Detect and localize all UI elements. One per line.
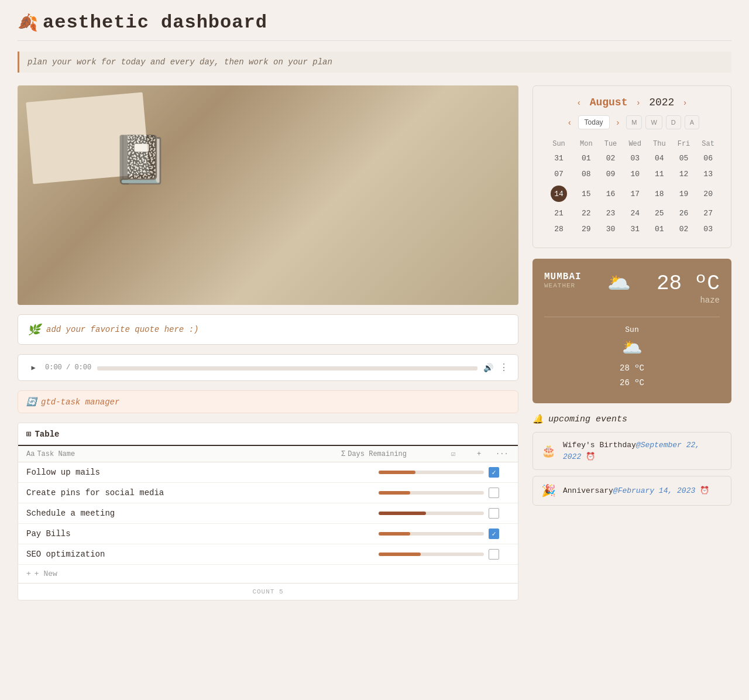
- today-button[interactable]: Today: [578, 115, 610, 129]
- weather-cloud-icon: 🌥️: [607, 272, 631, 295]
- weather-temperature: 28 ºC: [657, 272, 720, 296]
- month-next-button[interactable]: ›: [633, 97, 643, 108]
- calendar-day[interactable]: 18: [647, 182, 672, 205]
- calendar-day[interactable]: 09: [599, 166, 623, 182]
- calendar-weekday: Sun: [544, 138, 574, 150]
- calendar-day[interactable]: 10: [623, 166, 647, 182]
- calendar-day[interactable]: 14: [544, 182, 574, 205]
- view-month-button[interactable]: M: [626, 115, 642, 129]
- calendar-day[interactable]: 02: [672, 221, 696, 237]
- calendar-day[interactable]: 08: [574, 166, 599, 182]
- calendar-day[interactable]: 03: [696, 221, 720, 237]
- calendar-day[interactable]: 27: [696, 205, 720, 221]
- audio-progress-bar[interactable]: [97, 366, 477, 369]
- task-row: Schedule a meeting: [18, 503, 518, 524]
- audio-time: 0:00 / 0:00: [45, 363, 91, 372]
- calendar-day[interactable]: 20: [696, 182, 720, 205]
- task-checkbox[interactable]: ✓: [489, 529, 499, 539]
- calendar-day[interactable]: 05: [672, 150, 696, 166]
- calendar-day[interactable]: 23: [599, 205, 623, 221]
- view-agenda-button[interactable]: A: [685, 115, 699, 129]
- forecast-temps: 28 ºC 26 ºC: [544, 361, 720, 390]
- page-header: 🍂 aesthetic dashboard: [18, 12, 731, 41]
- view-day-button[interactable]: D: [666, 115, 681, 129]
- days-bar-fill: [379, 471, 415, 474]
- year-next-button[interactable]: ›: [680, 97, 690, 108]
- task-checkbox[interactable]: ✓: [489, 467, 499, 478]
- weather-location-block: MUMBAI WEATHER: [544, 272, 582, 289]
- days-bar-fill: [379, 491, 410, 495]
- calendar-day[interactable]: 31: [623, 221, 647, 237]
- calendar-day[interactable]: 11: [647, 166, 672, 182]
- quote-box[interactable]: 🌿 add your favorite quote here :): [18, 314, 518, 345]
- table-grid-icon: ⊞: [26, 429, 31, 439]
- event-icon: 🎉: [541, 483, 556, 498]
- page-title: aesthetic dashboard: [43, 12, 267, 33]
- cal-next-button[interactable]: ›: [613, 115, 623, 129]
- event-alarm-icon: ⏰: [700, 486, 709, 495]
- days-bar: [379, 531, 484, 536]
- weather-label: WEATHER: [544, 282, 582, 289]
- calendar-day[interactable]: 17: [623, 182, 647, 205]
- right-column: ‹ August › 2022 › ‹ Today › M W D A SunM…: [532, 85, 731, 601]
- task-name: Create pins for social media: [26, 488, 374, 497]
- calendar-day[interactable]: 15: [574, 182, 599, 205]
- calendar-day[interactable]: 06: [696, 150, 720, 166]
- month-prev-button[interactable]: ‹: [574, 97, 584, 108]
- calendar-day[interactable]: 21: [544, 205, 574, 221]
- calendar-weekday: Thu: [647, 138, 672, 150]
- task-row: Pay Bills ✓: [18, 524, 518, 544]
- more-options-icon[interactable]: ⋮: [499, 362, 509, 373]
- cal-prev-button[interactable]: ‹: [565, 115, 575, 129]
- days-bar-fill: [379, 512, 426, 515]
- calendar-weekday: Wed: [623, 138, 647, 150]
- leaf-icon: 🍂: [18, 13, 38, 33]
- task-name: SEO optimization: [26, 550, 374, 559]
- task-row: Create pins for social media: [18, 483, 518, 503]
- calendar-table: SunMonTueWedThuFriSat 310102030405060708…: [544, 138, 720, 237]
- calendar-day[interactable]: 13: [696, 166, 720, 182]
- weather-forecast: Sun 🌥️ 28 ºC 26 ºC: [544, 317, 720, 390]
- calendar-day[interactable]: 31: [544, 150, 574, 166]
- play-button[interactable]: ▶: [28, 362, 39, 373]
- calendar-today[interactable]: 14: [551, 186, 567, 202]
- calendar-day[interactable]: 22: [574, 205, 599, 221]
- calendar-day[interactable]: 07: [544, 166, 574, 182]
- calendar-day[interactable]: 16: [599, 182, 623, 205]
- calendar-day[interactable]: 12: [672, 166, 696, 182]
- calendar-day[interactable]: 03: [623, 150, 647, 166]
- calendar-day[interactable]: 24: [623, 205, 647, 221]
- calendar-day[interactable]: 25: [647, 205, 672, 221]
- forecast-icon: 🌥️: [544, 338, 720, 358]
- calendar-day[interactable]: 01: [574, 150, 599, 166]
- calendar-day[interactable]: 30: [599, 221, 623, 237]
- audio-player: ▶ 0:00 / 0:00 🔊 ⋮: [18, 354, 518, 381]
- col-more-header[interactable]: ···: [496, 449, 510, 458]
- task-checkbox[interactable]: [489, 508, 499, 519]
- col-add-header[interactable]: +: [477, 449, 491, 458]
- days-bar-fill: [379, 553, 421, 556]
- task-row: Follow up mails ✓: [18, 462, 518, 483]
- calendar-day[interactable]: 02: [599, 150, 623, 166]
- task-table: ⊞ Table Aa Task Name Σ Days Remaining ☑ …: [18, 423, 518, 601]
- days-bar-fill: [379, 532, 410, 536]
- calendar-day[interactable]: 29: [574, 221, 599, 237]
- task-checkbox[interactable]: [489, 549, 499, 560]
- tagline: plan your work for today and every day, …: [18, 52, 731, 73]
- calendar-year: 2022: [649, 97, 674, 108]
- calendar-day[interactable]: 01: [647, 221, 672, 237]
- view-week-button[interactable]: W: [645, 115, 662, 129]
- main-grid: 🌿 add your favorite quote here :) ▶ 0:00…: [18, 85, 731, 601]
- calendar-nav: ‹ August › 2022 ›: [544, 97, 720, 108]
- task-checkbox[interactable]: [489, 488, 499, 498]
- calendar-day[interactable]: 28: [544, 221, 574, 237]
- volume-icon[interactable]: 🔊: [483, 363, 493, 373]
- col-task-icon: Aa: [26, 450, 35, 458]
- calendar-day[interactable]: 19: [672, 182, 696, 205]
- column-headers: Aa Task Name Σ Days Remaining ☑ + ···: [18, 446, 518, 462]
- event-icon: 🎂: [541, 444, 556, 458]
- calendar-day[interactable]: 04: [647, 150, 672, 166]
- new-task-button[interactable]: + + New: [18, 565, 518, 583]
- calendar-day[interactable]: 26: [672, 205, 696, 221]
- task-name: Pay Bills: [26, 529, 374, 538]
